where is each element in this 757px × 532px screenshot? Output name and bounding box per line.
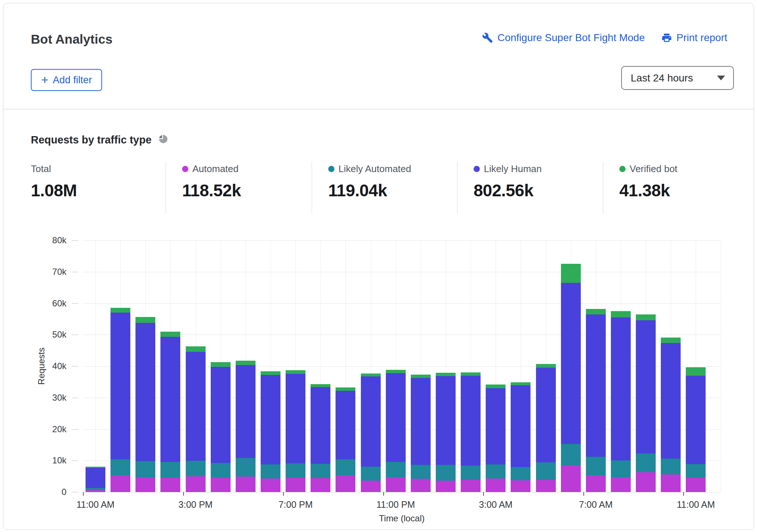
bar-segment-verified-bot[interactable] (186, 346, 206, 352)
legend-item-verified-bot[interactable]: Verified bot41.38k (603, 162, 744, 214)
bar-segment-automated[interactable] (160, 478, 180, 492)
bar-segment-likely-human[interactable] (211, 367, 231, 463)
bar-segment-likely-automated[interactable] (661, 459, 681, 474)
bar-segment-likely-automated[interactable] (386, 462, 406, 477)
bar-segment-automated[interactable] (111, 475, 130, 492)
bar-segment-verified-bot[interactable] (436, 373, 456, 376)
bar-segment-verified-bot[interactable] (486, 385, 506, 388)
bar-segment-likely-human[interactable] (461, 376, 481, 466)
bar-segment-likely-human[interactable] (261, 375, 280, 464)
bar-segment-likely-automated[interactable] (261, 464, 280, 479)
bar-segment-likely-human[interactable] (686, 376, 706, 464)
bar-segment-verified-bot[interactable] (561, 264, 581, 283)
bar-segment-automated[interactable] (236, 477, 256, 492)
bar-segment-automated[interactable] (486, 478, 506, 492)
bar-segment-likely-automated[interactable] (186, 461, 206, 476)
bar-segment-likely-human[interactable] (411, 378, 431, 465)
bar-segment-verified-bot[interactable] (236, 361, 256, 365)
bar-segment-verified-bot[interactable] (461, 372, 481, 376)
bar-segment-likely-human[interactable] (361, 376, 381, 467)
bar-segment-verified-bot[interactable] (511, 382, 530, 386)
bar-segment-verified-bot[interactable] (160, 332, 180, 337)
bar-segment-automated[interactable] (361, 481, 381, 492)
bar-segment-verified-bot[interactable] (286, 370, 305, 374)
bar-segment-automated[interactable] (186, 476, 206, 492)
bar-segment-automated[interactable] (511, 480, 530, 492)
bar-segment-likely-automated[interactable] (236, 458, 256, 477)
bar-segment-verified-bot[interactable] (86, 467, 105, 468)
bar-segment-likely-human[interactable] (611, 317, 631, 460)
bar-segment-verified-bot[interactable] (411, 375, 431, 378)
bar-segment-verified-bot[interactable] (311, 384, 330, 387)
bar-segment-verified-bot[interactable] (336, 387, 355, 391)
bar-segment-verified-bot[interactable] (686, 367, 706, 375)
bar-segment-automated[interactable] (336, 475, 355, 492)
legend-item-automated[interactable]: Automated118.52k (166, 162, 312, 214)
bar-segment-verified-bot[interactable] (261, 371, 280, 375)
bar-segment-verified-bot[interactable] (111, 308, 130, 313)
bar-segment-automated[interactable] (686, 478, 706, 492)
legend-item-likely-human[interactable]: Likely Human802.56k (457, 162, 603, 214)
bar-segment-likely-automated[interactable] (411, 465, 431, 479)
bar-segment-likely-automated[interactable] (611, 460, 631, 477)
bar-segment-likely-human[interactable] (86, 468, 105, 488)
bar-segment-likely-automated[interactable] (636, 453, 656, 472)
bar-segment-likely-automated[interactable] (286, 463, 305, 478)
bar-segment-likely-automated[interactable] (486, 464, 506, 478)
add-filter-button[interactable]: + Add filter (31, 69, 102, 91)
bar-segment-automated[interactable] (211, 478, 231, 492)
bar-segment-automated[interactable] (586, 475, 606, 492)
bar-segment-likely-human[interactable] (286, 374, 305, 463)
bar-segment-likely-automated[interactable] (336, 459, 355, 476)
bar-segment-automated[interactable] (261, 478, 280, 492)
bar-segment-verified-bot[interactable] (211, 362, 231, 367)
bar-segment-likely-human[interactable] (486, 388, 506, 464)
bar-segment-likely-automated[interactable] (135, 461, 155, 477)
bar-segment-likely-automated[interactable] (361, 467, 381, 481)
bar-segment-verified-bot[interactable] (536, 364, 556, 368)
bar-segment-verified-bot[interactable] (586, 309, 606, 314)
bar-segment-likely-human[interactable] (160, 337, 180, 462)
time-range-select[interactable]: Last 24 hours (621, 66, 734, 90)
bar-segment-automated[interactable] (311, 478, 330, 492)
bar-segment-verified-bot[interactable] (386, 370, 406, 373)
configure-super-bot-fight-mode-link[interactable]: Configure Super Bot Fight Mode (482, 32, 645, 44)
bar-segment-automated[interactable] (536, 480, 556, 492)
bar-segment-automated[interactable] (286, 478, 305, 492)
legend-item-likely-automated[interactable]: Likely Automated119.04k (312, 162, 457, 214)
bar-segment-likely-automated[interactable] (160, 462, 180, 478)
bar-segment-likely-human[interactable] (636, 320, 656, 454)
bar-segment-likely-human[interactable] (536, 368, 556, 462)
bar-segment-automated[interactable] (386, 477, 406, 492)
bar-segment-automated[interactable] (411, 479, 431, 492)
bar-segment-automated[interactable] (636, 472, 656, 492)
bar-segment-likely-automated[interactable] (211, 463, 231, 478)
bar-segment-likely-human[interactable] (236, 365, 256, 458)
bar-segment-automated[interactable] (561, 466, 581, 492)
bar-segment-likely-human[interactable] (661, 343, 681, 459)
bar-segment-verified-bot[interactable] (135, 317, 155, 323)
bar-segment-likely-human[interactable] (586, 314, 606, 457)
bar-segment-likely-automated[interactable] (311, 464, 330, 478)
bar-segment-automated[interactable] (661, 474, 681, 492)
bar-segment-likely-human[interactable] (386, 373, 406, 462)
bar-segment-likely-automated[interactable] (536, 462, 556, 480)
bar-segment-automated[interactable] (461, 480, 481, 492)
bar-segment-likely-automated[interactable] (461, 466, 481, 480)
bar-segment-likely-automated[interactable] (686, 464, 706, 478)
bar-segment-verified-bot[interactable] (361, 374, 381, 377)
bar-segment-likely-human[interactable] (135, 323, 155, 461)
bar-segment-verified-bot[interactable] (636, 314, 656, 320)
bar-segment-likely-automated[interactable] (111, 459, 130, 475)
bar-segment-likely-automated[interactable] (436, 465, 456, 481)
bar-segment-automated[interactable] (611, 477, 631, 492)
bar-segment-likely-automated[interactable] (561, 444, 581, 466)
bar-segment-likely-human[interactable] (336, 391, 355, 459)
bar-segment-likely-human[interactable] (111, 313, 130, 459)
bar-segment-verified-bot[interactable] (611, 311, 631, 317)
bar-segment-likely-automated[interactable] (86, 488, 105, 490)
legend-item-total[interactable]: Total1.08M (20, 162, 166, 214)
bar-segment-automated[interactable] (436, 481, 456, 492)
bar-segment-verified-bot[interactable] (661, 338, 681, 343)
bar-segment-likely-automated[interactable] (511, 467, 530, 480)
